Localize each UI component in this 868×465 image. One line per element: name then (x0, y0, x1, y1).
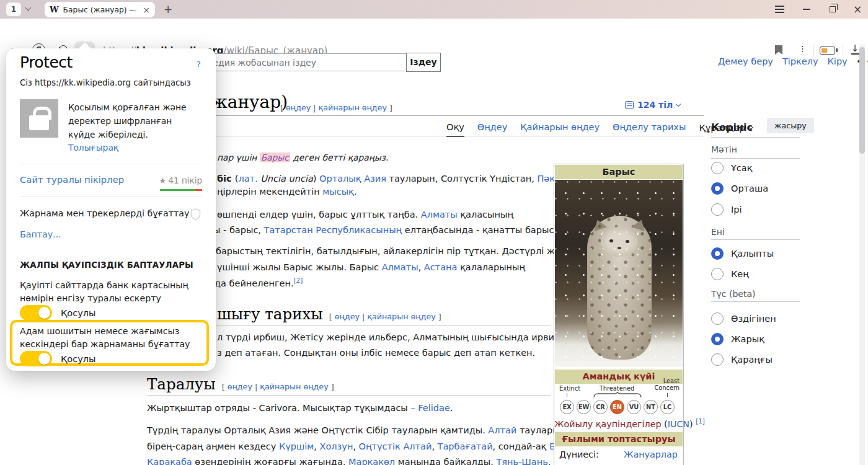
wiki-link[interactable]: Марқакөл (348, 457, 395, 465)
radio-option[interactable]: Ұсақ (711, 161, 752, 175)
radio-icon[interactable] (711, 182, 724, 195)
wiki-link[interactable]: Тянь-Шань (496, 457, 547, 465)
search-button[interactable]: Іздеу (406, 53, 441, 72)
toolbar-divider (813, 45, 814, 56)
battery-icon[interactable] (820, 46, 835, 55)
wiki-link[interactable]: Алтай (488, 425, 516, 435)
wiki-link[interactable]: [1] (696, 417, 705, 425)
wiki-link[interactable]: Оңтүстік Алтай (359, 441, 432, 451)
status-line[interactable]: Жойылу қаупіндегілер (IUCN) [1] (554, 417, 683, 429)
wiki-link[interactable]: Күршім (279, 441, 314, 451)
radio-icon[interactable] (711, 353, 724, 366)
text-segment: Жыртқыштар отряды - Carivora. Мысықтар т… (147, 403, 418, 413)
status-code: CR (593, 400, 608, 414)
wiki-link[interactable]: қайнарын өңдеу (260, 382, 328, 391)
wiki-link[interactable]: Барыс (260, 153, 290, 162)
tab-close-icon[interactable]: × (143, 6, 150, 14)
section-edit-links[interactable]: [ өңдеу | қайнарын өңдеу ] (222, 382, 334, 391)
browser-toolbar: ← Я https://kk.wikipedia.org/wiki/Барыс_… (0, 19, 868, 45)
tab-edit-source[interactable]: Қайнарын өңдеу (520, 122, 600, 137)
secure-lock-tile (20, 99, 58, 138)
hide-button[interactable]: жасыру (767, 118, 814, 133)
toggle-switch[interactable] (20, 305, 52, 321)
donate-link[interactable]: Демеу беру (718, 56, 773, 66)
site-reviews-link[interactable]: Сайт туралы пікірлер (20, 174, 124, 185)
radio-icon[interactable] (711, 268, 724, 280)
download-underline (851, 53, 859, 55)
scale-label-extinct: Extinct (559, 385, 580, 392)
toggle-knob (38, 353, 50, 365)
wiki-link[interactable]: Татарстан Республикасының (264, 225, 402, 235)
wiki-link[interactable]: мысық (322, 187, 354, 197)
wiki-link[interactable]: Холзун (320, 441, 353, 451)
wiki-link[interactable]: Қарақаба (147, 457, 192, 465)
radio-option[interactable]: Қараңғы (711, 353, 773, 366)
title-edit-links[interactable]: [ өңдеу | қайнарын өңдеу ] (280, 103, 392, 112)
bookmark-icon[interactable] (775, 45, 782, 55)
wiki-link[interactable]: Тарбағатай (438, 441, 493, 451)
radio-icon[interactable] (711, 162, 724, 174)
wiki-link[interactable]: Алматы (421, 210, 458, 219)
text-segment: Жойылу қаупіндегілер (554, 419, 662, 429)
wiki-link[interactable]: өңдеу (286, 103, 311, 112)
browser-menu-button[interactable] (769, 0, 790, 19)
language-selector-button[interactable]: 124 тіл (625, 100, 680, 110)
status-code: LC (660, 400, 675, 414)
radio-icon[interactable] (711, 203, 724, 216)
toggle-switch[interactable] (20, 351, 52, 366)
radio-icon[interactable] (711, 333, 724, 345)
wiki-link[interactable]: Астана (424, 262, 458, 272)
radio-option[interactable]: Өздігінен (711, 312, 776, 326)
wiki-link[interactable]: [2] (294, 277, 303, 284)
kingdom-link[interactable]: Жануарлар (624, 450, 678, 459)
wiki-link[interactable]: лат. (238, 174, 257, 184)
new-tab-button[interactable]: + (161, 2, 175, 16)
radio-option[interactable]: Қалыпты (711, 247, 774, 260)
wiki-link[interactable]: қайнарын өңдеу (319, 103, 387, 112)
paragraph-line: Жыртқыштар отряды - Carivora. Мысықтар т… (147, 403, 453, 413)
status-code: VU (627, 400, 641, 414)
radio-icon[interactable] (711, 312, 724, 325)
negative-segment (195, 189, 202, 191)
text-segment: тауларын, Солтүстік Үндістан, (386, 174, 538, 184)
toolbar-divider (843, 45, 843, 56)
wiki-link[interactable]: IUCN (668, 419, 689, 429)
wiki-link[interactable]: Орталық Азия (319, 174, 386, 184)
window-minimize-button[interactable] (796, 0, 817, 19)
wiki-link[interactable]: өңдеу (335, 312, 360, 321)
reviews-rating-bar (160, 189, 202, 191)
window-close-button[interactable]: × (847, 0, 868, 19)
wikipedia-favicon: W (50, 5, 59, 14)
help-link[interactable]: ? (197, 60, 201, 69)
shield-icon (190, 208, 201, 220)
scrollbar-thumb[interactable] (859, 47, 865, 154)
text-segment: | (311, 103, 318, 112)
tab-counter-button[interactable]: 1 (6, 2, 21, 16)
text-segment: , (314, 441, 319, 451)
details-link[interactable]: Толығырақ (68, 143, 118, 153)
tab-read[interactable]: Оқу (446, 122, 464, 137)
radio-option[interactable]: Кең (711, 267, 749, 281)
adblock-setup-link[interactable]: Баптау... (20, 229, 61, 239)
downloads-button[interactable]: ↓ (850, 43, 860, 55)
more-options-icon[interactable]: ⁝ (801, 44, 804, 55)
section-edit-links[interactable]: [ өңдеу | қайнарын өңдеу ] (329, 312, 441, 321)
wiki-link[interactable]: Алматы (382, 262, 418, 272)
snowfall-overlay (555, 180, 683, 367)
radio-icon[interactable] (711, 247, 724, 260)
wiki-link[interactable]: Felidae (418, 403, 450, 413)
tab-history[interactable]: Өңделу тарихы (613, 122, 686, 137)
wiki-link[interactable]: қайнарын өңдеу (367, 312, 435, 321)
tab-edit[interactable]: Өңдеу (477, 122, 508, 137)
radio-option[interactable]: Ірі (711, 203, 742, 216)
text-segment: маңында байқалды. (395, 457, 496, 465)
wiki-link[interactable]: өңдеу (228, 382, 252, 391)
window-restore-button[interactable] (822, 0, 843, 19)
tab-list-chevron-icon[interactable] (25, 5, 32, 11)
browser-tab[interactable]: W Барыс (жануар) — Уик × (45, 2, 155, 17)
login-link[interactable]: Кіру (828, 56, 848, 66)
radio-option[interactable]: Жарық (711, 332, 764, 346)
radio-option[interactable]: Орташа (711, 182, 768, 195)
tabs-rule (147, 136, 704, 136)
register-link[interactable]: Тіркелу (782, 56, 818, 66)
